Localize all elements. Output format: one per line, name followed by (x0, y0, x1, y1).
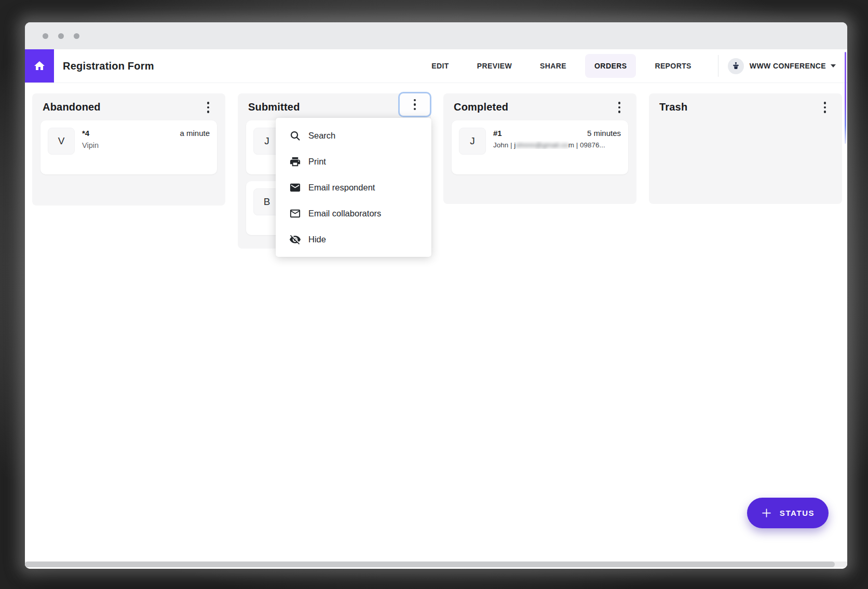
podium-icon (731, 61, 741, 71)
column-menu-button[interactable] (817, 99, 833, 116)
window-control-dot[interactable] (74, 33, 79, 39)
column-submitted: Submitted J B Sea (238, 93, 431, 249)
print-icon (289, 156, 301, 168)
order-card[interactable]: J #1 5 minutes John | johnnn@gmail.com |… (452, 120, 628, 174)
account-menu[interactable]: WWW CONFERENCE (728, 58, 836, 74)
chevron-down-icon (831, 64, 836, 67)
home-icon (33, 60, 46, 72)
email-outline-icon (289, 208, 301, 220)
order-card[interactable]: V *4 a minute Vipin (40, 120, 217, 174)
window-titlebar (25, 22, 847, 49)
tab-preview[interactable]: PREVIEW (468, 54, 521, 78)
respondent-name: Vipin (82, 141, 210, 149)
orders-board: Abandoned V *4 a minute Vipin Submitted (25, 83, 847, 569)
menu-item-print[interactable]: Print (276, 148, 431, 174)
column-abandoned: Abandoned V *4 a minute Vipin (32, 93, 225, 206)
vertical-scrollbar-thumb[interactable] (845, 52, 846, 144)
tab-edit[interactable]: EDIT (422, 54, 458, 78)
column-context-menu: Search Print Email respondent (276, 118, 431, 257)
column-completed: Completed J #1 5 minutes John | johnnn@g… (443, 93, 636, 204)
fab-label: STATUS (780, 509, 815, 517)
horizontal-scrollbar-thumb[interactable] (25, 561, 835, 567)
window-control-dot[interactable] (43, 33, 48, 39)
add-status-button[interactable]: STATUS (747, 498, 829, 528)
tab-share[interactable]: SHARE (531, 54, 576, 78)
horizontal-scrollbar-track[interactable] (25, 561, 847, 567)
card-body: #1 5 minutes John | johnnn@gmail.com | 0… (493, 128, 621, 149)
order-ref: *4 (82, 129, 89, 138)
menu-item-email-respondent[interactable]: Email respondent (276, 174, 431, 200)
menu-item-search[interactable]: Search (276, 122, 431, 148)
tab-orders[interactable]: ORDERS (585, 54, 636, 78)
eye-off-icon (289, 234, 301, 245)
header-nav: EDIT PREVIEW SHARE ORDERS REPORTS (417, 49, 847, 83)
tab-reports[interactable]: REPORTS (645, 54, 700, 78)
column-title: Abandoned (40, 101, 217, 113)
home-button[interactable] (25, 49, 54, 83)
menu-item-email-collaborators[interactable]: Email collaborators (276, 200, 431, 226)
app-window: Registration Form EDIT PREVIEW SHARE ORD… (25, 22, 847, 569)
avatar: J (459, 128, 486, 155)
search-icon (289, 130, 301, 142)
column-menu-button[interactable] (612, 99, 627, 116)
order-time: a minute (180, 129, 210, 138)
column-menu-button-active[interactable] (398, 92, 431, 117)
window-control-dot[interactable] (58, 33, 64, 39)
order-time: 5 minutes (587, 129, 621, 138)
column-title: Submitted (246, 101, 423, 113)
conference-avatar (728, 58, 744, 74)
avatar: V (48, 128, 75, 155)
redacted-email: ohnnn@gmail.co (516, 141, 568, 149)
respondent-detail: John | johnnn@gmail.com | 09876... (493, 141, 621, 149)
page-title: Registration Form (63, 60, 154, 72)
header-divider (718, 55, 718, 77)
column-title: Trash (657, 101, 834, 113)
menu-item-hide[interactable]: Hide (276, 226, 431, 252)
plus-icon (761, 508, 772, 518)
card-body: *4 a minute Vipin (82, 128, 210, 149)
account-name: WWW CONFERENCE (750, 62, 826, 70)
app-header: Registration Form EDIT PREVIEW SHARE ORD… (25, 49, 847, 83)
email-filled-icon (289, 182, 301, 194)
column-title: Completed (452, 101, 628, 113)
column-trash: Trash (649, 93, 842, 204)
order-ref: #1 (493, 129, 502, 138)
column-menu-button[interactable] (200, 99, 216, 116)
